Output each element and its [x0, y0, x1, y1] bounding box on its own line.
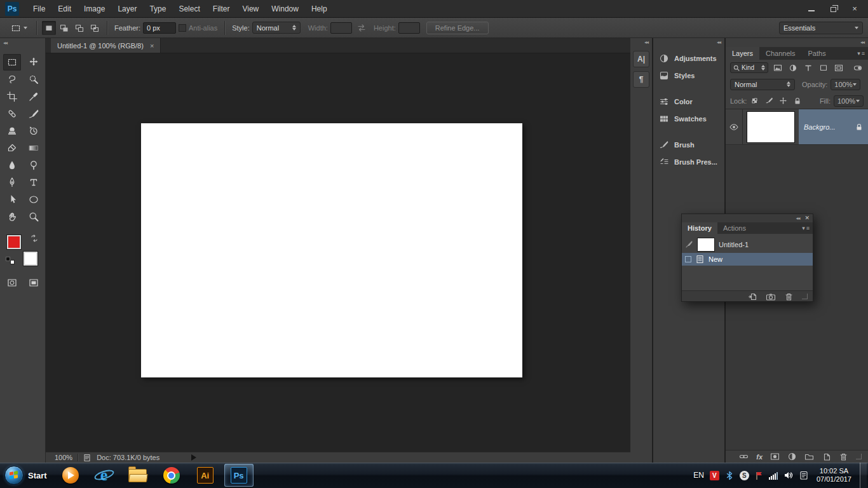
filter-smart-objects-button[interactable]: [832, 62, 844, 73]
gradient-tool[interactable]: [25, 140, 43, 156]
shape-tool[interactable]: [25, 191, 43, 208]
brush-tool[interactable]: [25, 105, 43, 122]
language-indicator[interactable]: EN: [693, 471, 704, 480]
status-options-arrow-icon[interactable]: [191, 454, 196, 461]
close-button[interactable]: ×: [845, 3, 864, 15]
lasso-tool[interactable]: [3, 71, 21, 88]
minimize-button[interactable]: [802, 3, 821, 15]
show-desktop-button[interactable]: [860, 463, 867, 488]
layer-row-background[interactable]: Backgro...: [726, 109, 868, 145]
color-panel-button[interactable]: Color: [653, 93, 724, 110]
skype-tray-icon[interactable]: S: [740, 471, 749, 480]
menu-select[interactable]: Select: [172, 0, 206, 18]
filter-shape-layers-button[interactable]: [817, 62, 829, 73]
taskbar-ie-button[interactable]: e: [90, 464, 119, 487]
pen-tool[interactable]: [3, 174, 21, 191]
document-tab[interactable]: Untitled-1 @ 100% (RGB/8) ×: [51, 38, 161, 53]
network-tray-icon[interactable]: [769, 471, 778, 480]
quick-selection-tool[interactable]: [25, 71, 43, 88]
restore-button[interactable]: [824, 3, 843, 15]
width-input[interactable]: [330, 22, 352, 34]
menu-edit[interactable]: Edit: [51, 0, 78, 18]
eraser-tool[interactable]: [3, 140, 21, 156]
taskbar-photoshop-button[interactable]: Ps: [224, 464, 254, 487]
taskbar-wmp-button[interactable]: [56, 464, 85, 487]
panel-menu-icon[interactable]: ▾≡: [857, 47, 868, 60]
taskbar-clock[interactable]: 10:02 SA 07/01/2017: [817, 467, 851, 484]
rectangular-marquee-tool[interactable]: [3, 54, 21, 71]
expand-panels-icon[interactable]: ◂◂: [644, 38, 648, 47]
dodge-tool[interactable]: [25, 157, 43, 173]
zoom-level[interactable]: 100%: [55, 454, 72, 461]
move-tool[interactable]: [25, 54, 43, 71]
tab-history[interactable]: History: [682, 222, 717, 234]
new-snapshot-icon[interactable]: [766, 292, 776, 301]
history-menu-icon[interactable]: ▾≡: [802, 222, 813, 234]
add-selection-mode-button[interactable]: [57, 21, 71, 35]
history-source-checkbox[interactable]: [685, 256, 691, 262]
security-flag-tray-icon[interactable]: [755, 471, 763, 480]
layer-name-cell[interactable]: Backgro...: [799, 109, 868, 144]
default-colors-icon[interactable]: [6, 257, 15, 264]
healing-brush-tool[interactable]: [3, 105, 21, 122]
collapse-dock-icon[interactable]: ◂◂: [860, 38, 864, 47]
volume-tray-icon[interactable]: [783, 470, 794, 480]
lock-transparency-button[interactable]: [750, 95, 761, 106]
path-selection-tool[interactable]: [3, 191, 21, 208]
history-resize-grip[interactable]: [802, 294, 808, 299]
delete-state-icon[interactable]: [784, 292, 794, 301]
new-selection-mode-button[interactable]: [42, 21, 56, 35]
eyedropper-tool[interactable]: [25, 88, 43, 105]
fill-dropdown[interactable]: 100%: [834, 95, 864, 107]
feather-input[interactable]: 0 px: [143, 22, 176, 34]
doc-preview-icon[interactable]: [83, 454, 92, 462]
type-tool[interactable]: [25, 174, 43, 191]
canvas-viewport[interactable]: [46, 53, 630, 452]
layer-mask-icon[interactable]: [770, 452, 780, 461]
link-layers-icon[interactable]: [739, 452, 749, 461]
adjustment-layer-icon[interactable]: [787, 452, 797, 461]
brush-presets-panel-button[interactable]: Brush Pres...: [653, 153, 724, 170]
blur-tool[interactable]: [3, 157, 21, 173]
collapse-icons-icon[interactable]: ◂◂: [717, 38, 721, 47]
canvas[interactable]: [141, 123, 522, 377]
lock-pixels-button[interactable]: [764, 95, 775, 106]
character-panel-button[interactable]: A|: [633, 51, 649, 67]
tab-layers[interactable]: Layers: [726, 47, 759, 60]
layer-thumbnail[interactable]: [747, 112, 794, 142]
unikey-tray-icon[interactable]: V: [710, 471, 719, 480]
taskbar-chrome-button[interactable]: [157, 464, 186, 487]
menu-window[interactable]: Window: [265, 0, 305, 18]
quick-mask-button[interactable]: [3, 274, 21, 291]
refine-edge-button[interactable]: Refine Edge...: [426, 22, 489, 34]
filter-adjustment-layers-button[interactable]: [787, 62, 799, 73]
background-color-swatch[interactable]: [24, 252, 37, 266]
menu-image[interactable]: Image: [78, 0, 111, 18]
tab-paths[interactable]: Paths: [802, 47, 832, 60]
lock-position-button[interactable]: [778, 95, 789, 106]
antialias-checkbox[interactable]: [179, 24, 186, 32]
history-state-new[interactable]: New: [682, 253, 813, 266]
devices-tray-icon[interactable]: [799, 470, 808, 480]
tool-preset-picker[interactable]: [6, 21, 31, 35]
menu-file[interactable]: File: [27, 0, 51, 18]
start-button[interactable]: Start: [0, 463, 53, 488]
taskbar-explorer-button[interactable]: [123, 464, 153, 487]
layer-group-icon[interactable]: [804, 452, 814, 461]
blend-mode-dropdown[interactable]: Normal: [730, 79, 795, 90]
filter-pixel-layers-button[interactable]: [771, 62, 783, 73]
filter-kind-dropdown[interactable]: Kind: [730, 62, 768, 73]
taskbar-illustrator-button[interactable]: Ai: [191, 464, 220, 487]
delete-layer-icon[interactable]: [839, 452, 848, 461]
foreground-color-swatch[interactable]: [7, 235, 21, 249]
style-dropdown[interactable]: Normal: [252, 22, 301, 34]
styles-panel-button[interactable]: Styles: [653, 67, 724, 84]
height-input[interactable]: [398, 22, 420, 34]
new-layer-icon[interactable]: [822, 452, 831, 461]
filter-type-layers-button[interactable]: [802, 62, 814, 73]
subtract-selection-mode-button[interactable]: [72, 21, 86, 35]
adjustments-panel-button[interactable]: Adjustments: [653, 50, 724, 67]
bluetooth-tray-icon[interactable]: [725, 471, 734, 480]
resize-grip[interactable]: [856, 454, 862, 459]
doc-size-info[interactable]: Doc: 703.1K/0 bytes: [97, 454, 159, 461]
